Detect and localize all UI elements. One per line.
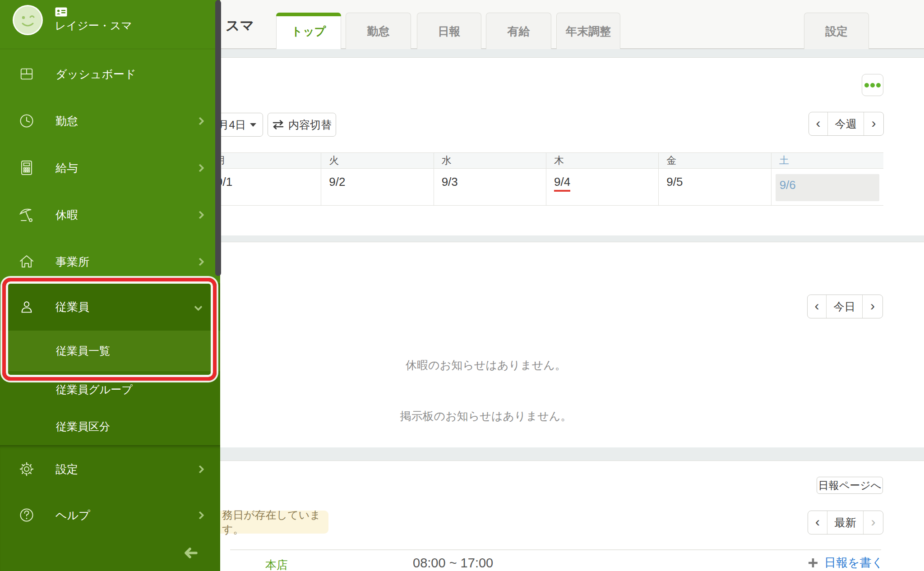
chevron-right-icon: › bbox=[872, 115, 876, 133]
page-title: スマ bbox=[226, 16, 254, 35]
daily-report-page-button[interactable]: 日報ページへ bbox=[817, 477, 883, 494]
swap-icon bbox=[272, 120, 284, 129]
sidebar-item-label: 設定 bbox=[55, 462, 78, 477]
sidebar-item-dashboard[interactable]: ダッシュボード bbox=[0, 51, 220, 97]
date-cell[interactable]: 9/1 bbox=[208, 169, 321, 205]
content-switch-label: 内容切替 bbox=[288, 118, 332, 132]
week-prev-button[interactable]: ‹ bbox=[809, 112, 827, 135]
content-switch-button[interactable]: 内容切替 bbox=[268, 113, 336, 137]
sidebar: レイジー・スマ ダッシュボード 勤怠 bbox=[0, 0, 220, 571]
chevron-right-icon bbox=[196, 164, 204, 172]
caret-down-icon bbox=[250, 123, 256, 127]
sidebar-item-settings[interactable]: 設定 bbox=[0, 447, 220, 492]
sidebar-item-payroll[interactable]: 給与 bbox=[0, 144, 220, 191]
calendar-date-row: 9/1 9/2 9/3 9/4 9/5 9/6 bbox=[208, 169, 883, 206]
tab-paid-leave[interactable]: 有給 bbox=[486, 13, 551, 49]
sidebar-item-employee-list[interactable]: 従業員一覧 bbox=[0, 331, 220, 371]
sidebar-subitem-label: 従業員グループ bbox=[56, 382, 133, 397]
report-latest-button[interactable]: 最新 bbox=[827, 511, 863, 534]
gear-icon bbox=[18, 460, 35, 478]
tab-attendance[interactable]: 勤怠 bbox=[346, 13, 411, 49]
chevron-left-icon: ‹ bbox=[815, 298, 819, 315]
week-current-button[interactable]: 今週 bbox=[827, 112, 864, 135]
week-calendar: 月 火 水 木 金 土 9/1 9/2 9/3 9/4 9/5 9/6 bbox=[208, 152, 883, 206]
sidebar-subitem-label: 従業員一覧 bbox=[56, 344, 110, 358]
date-cell[interactable]: 9/3 bbox=[434, 169, 546, 205]
calendar-header-row: 月 火 水 木 金 土 bbox=[208, 152, 883, 169]
sidebar-item-help[interactable]: ヘルプ bbox=[0, 493, 220, 538]
write-report-link[interactable]: 日報を書く bbox=[808, 555, 883, 571]
date-cell-saturday[interactable]: 9/6 bbox=[771, 169, 883, 205]
sidebar-item-employees[interactable]: 従業員 bbox=[0, 283, 220, 331]
dashboard-icon bbox=[18, 65, 35, 83]
tab-year-end[interactable]: 年末調整 bbox=[556, 13, 620, 49]
chevron-right-icon: › bbox=[871, 514, 876, 531]
chevron-left-icon: ‹ bbox=[816, 115, 821, 133]
id-card-icon bbox=[55, 7, 67, 17]
sidebar-item-office[interactable]: 事業所 bbox=[0, 238, 220, 285]
person-icon bbox=[18, 299, 35, 316]
report-next-button[interactable]: › bbox=[863, 511, 883, 534]
day-next-button[interactable]: › bbox=[862, 295, 882, 318]
store-name: 本店 bbox=[265, 557, 288, 571]
sidebar-item-label: ダッシュボード bbox=[55, 67, 136, 82]
app-root: スマ トップ 勤怠 日報 有給 年末調整 設定 9月4日 bbox=[0, 0, 924, 571]
day-prev-button[interactable]: ‹ bbox=[808, 295, 826, 318]
row-divider bbox=[230, 549, 881, 550]
chevron-down-icon bbox=[194, 303, 202, 311]
date-cell[interactable]: 9/5 bbox=[658, 169, 771, 205]
sidebar-item-vacation[interactable]: 休暇 bbox=[0, 191, 220, 238]
day-header-saturday: 土 bbox=[771, 153, 883, 168]
week-nav: ‹ 今週 › bbox=[808, 112, 884, 136]
report-nav-label: 最新 bbox=[835, 516, 856, 530]
sidebar-item-label: 事業所 bbox=[55, 254, 89, 269]
tab-attendance-label: 勤怠 bbox=[367, 24, 390, 39]
sidebar-item-employee-groups[interactable]: 従業員グループ bbox=[0, 371, 220, 408]
tab-daily-report-label: 日報 bbox=[438, 24, 461, 39]
write-report-label: 日報を書く bbox=[824, 555, 883, 571]
beach-umbrella-icon bbox=[18, 206, 35, 223]
sidebar-item-attendance[interactable]: 勤怠 bbox=[0, 97, 220, 144]
tab-top[interactable]: トップ bbox=[276, 13, 341, 49]
tab-top-label: トップ bbox=[291, 24, 326, 39]
sidebar-subitem-label: 従業員区分 bbox=[56, 419, 110, 434]
day-nav: ‹ 今日 › bbox=[807, 295, 883, 318]
work-time: 08:00 ~ 17:00 bbox=[413, 556, 493, 571]
dots-icon bbox=[864, 83, 869, 87]
tab-daily-report[interactable]: 日報 bbox=[417, 13, 481, 49]
sidebar-item-employee-categories[interactable]: 従業員区分 bbox=[0, 408, 220, 445]
chevron-right-icon bbox=[196, 117, 204, 125]
sidebar-item-label: 従業員 bbox=[55, 299, 89, 314]
day-header: 木 bbox=[546, 153, 658, 168]
arrow-left-icon bbox=[183, 547, 198, 559]
question-circle-icon bbox=[18, 507, 35, 524]
report-prev-button[interactable]: ‹ bbox=[808, 511, 827, 534]
date-cell-today[interactable]: 9/4 bbox=[546, 169, 658, 205]
report-nav: ‹ 最新 › bbox=[808, 511, 883, 534]
sidebar-item-label: 勤怠 bbox=[55, 114, 78, 129]
sidebar-scrollbar-thumb[interactable] bbox=[215, 0, 221, 276]
date-cell[interactable]: 9/2 bbox=[321, 169, 433, 205]
chevron-right-icon bbox=[196, 465, 204, 473]
work-warning-text: 務日が存在しています。 bbox=[222, 508, 328, 537]
day-current-button[interactable]: 今日 bbox=[826, 295, 862, 318]
day-header: 水 bbox=[434, 153, 546, 168]
tab-settings[interactable]: 設定 bbox=[804, 13, 869, 49]
house-icon bbox=[18, 253, 35, 270]
chevron-left-icon: ‹ bbox=[815, 514, 820, 531]
sidebar-item-label: ヘルプ bbox=[55, 508, 90, 523]
week-nav-label: 今週 bbox=[835, 117, 857, 131]
more-options-button[interactable] bbox=[862, 74, 883, 96]
chevron-right-icon bbox=[196, 211, 204, 219]
sidebar-user-block[interactable]: レイジー・スマ bbox=[0, 0, 220, 49]
day-header: 金 bbox=[658, 153, 771, 168]
chevron-right-icon bbox=[196, 511, 204, 519]
chevron-right-icon bbox=[196, 258, 204, 266]
sidebar-collapse-button[interactable] bbox=[180, 543, 200, 563]
daily-report-page-label: 日報ページへ bbox=[818, 479, 882, 493]
sidebar-item-label: 給与 bbox=[55, 161, 78, 175]
work-warning-badge: 務日が存在しています。 bbox=[212, 511, 328, 534]
week-next-button[interactable]: › bbox=[864, 112, 883, 135]
tab-settings-label: 設定 bbox=[825, 24, 848, 39]
chevron-right-icon: › bbox=[870, 298, 875, 315]
